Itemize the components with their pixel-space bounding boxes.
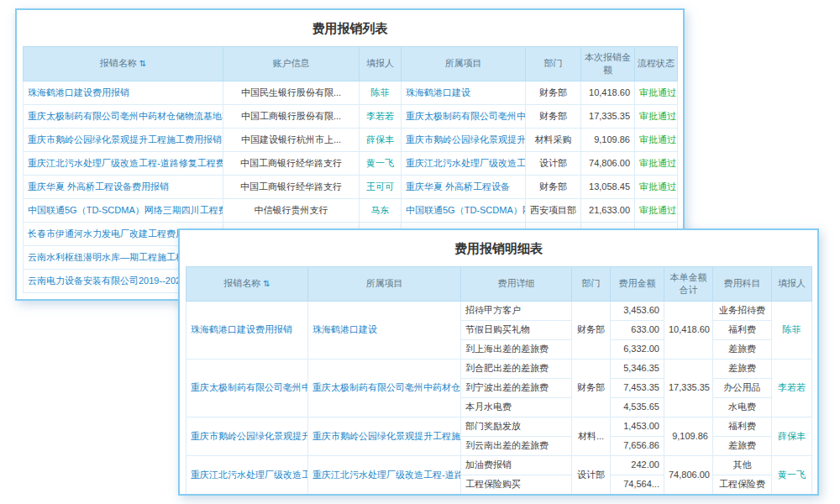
col-project: 所属项目 [308, 267, 461, 302]
project-cell[interactable]: 重庆江北污水处理厂级改造工... [402, 151, 526, 175]
col-expense-category: 费用科目 [713, 267, 772, 302]
filler-cell: 薛保丰 [360, 128, 402, 151]
report-name-cell[interactable]: 重庆市鹅岭公园绿化景观提升工程... [186, 417, 308, 455]
expense-detail-window: 费用报销明细表 报销名称⇅ 所属项目 费用详细 部门 费用金额 本单金额合计 费… [178, 228, 819, 496]
list-row: 重庆华夏 外高桥工程设备费用报销 中国工商银行经华路支行 王可可 重庆华夏 外高… [24, 175, 678, 198]
department-cell: 财务部 [572, 301, 611, 359]
filler-cell: 黄一飞 [772, 455, 812, 494]
status-cell: 审批通过 [635, 81, 678, 104]
filler-cell: 陈菲 [360, 81, 402, 104]
status-cell: 审批通过 [635, 198, 678, 222]
department-cell: 设计部 [526, 151, 581, 175]
category-cell: 福利费 [713, 417, 772, 436]
expense-detail-cell: 部门奖励发放 [461, 417, 572, 436]
project-cell[interactable]: 珠海鹤港口建设 [308, 301, 461, 359]
expense-detail-cell: 工程保险购买 [461, 475, 572, 494]
expense-detail-cell: 加油费报销 [461, 455, 572, 475]
category-cell: 差旅费 [713, 436, 772, 455]
filler-cell: 黄一飞 [360, 151, 402, 175]
department-cell: 财务部 [526, 104, 581, 128]
project-cell[interactable]: 重庆市鹅岭公园绿化景观提升... [402, 128, 526, 151]
project-cell[interactable]: 珠海鹤港口建设 [402, 81, 526, 104]
detail-row: 重庆太极制药有限公司亳州中药材... 重庆太极制药有限公司亳州中药材仓储物流..… [186, 359, 812, 378]
col-total-amount: 本单金额合计 [664, 267, 713, 302]
project-cell[interactable]: 重庆江北污水处理厂级改造工程-道路修复工程 [308, 455, 461, 494]
status-cell: 审批通过 [635, 128, 678, 151]
filler-cell: 薛保丰 [772, 417, 812, 455]
report-name-cell[interactable]: 重庆太极制药有限公司亳州中药材仓储物流基地项... [24, 104, 223, 128]
report-name-cell[interactable]: 中国联通5G（TD-SCDMA）网络三期四川工程费... [24, 198, 223, 222]
col-report-name: 报销名称⇅ [186, 267, 308, 302]
department-cell: 财务部 [526, 175, 581, 198]
project-cell[interactable]: 重庆太极制药有限公司亳州中... [402, 104, 526, 128]
expense-detail-cell: 到宁波出差的差旅费 [461, 378, 572, 397]
col-expense-detail: 费用详细 [461, 267, 572, 302]
category-cell: 差旅费 [713, 359, 772, 378]
report-name-cell[interactable]: 珠海鹤港口建设费用报销 [24, 81, 223, 104]
category-cell: 其他 [713, 455, 772, 475]
account-cell: 中信银行贵州支行 [223, 198, 360, 222]
expense-detail-cell: 节假日购买礼物 [461, 320, 572, 339]
col-department: 部门 [572, 267, 611, 302]
amount-cell: 9,109.86 [581, 128, 635, 151]
project-cell[interactable]: 重庆太极制药有限公司亳州中药材仓储物流... [308, 359, 461, 417]
total-amount-cell: 9,109.86 [664, 417, 713, 455]
sort-icon[interactable]: ⇅ [139, 59, 146, 68]
status-cell: 审批通过 [635, 151, 678, 175]
expense-detail-cell: 招待甲方客户 [461, 301, 572, 320]
department-cell: 财务部 [572, 359, 611, 417]
account-cell: 中国工商银行经华路支行 [223, 175, 360, 198]
filler-cell: 陈菲 [772, 301, 812, 359]
expense-amount-cell: 242.00 [611, 455, 664, 475]
filler-cell: 李若若 [772, 359, 812, 417]
col-account-info: 账户信息 [223, 47, 360, 81]
department-cell: 西安项目部 [526, 198, 581, 222]
col-project: 所属项目 [402, 47, 526, 81]
expense-amount-cell: 1,453.00 [611, 417, 664, 436]
detail-row: 珠海鹤港口建设费用报销 珠海鹤港口建设 招待甲方客户 财务部 3,453.60 … [186, 301, 812, 320]
expense-detail-title: 费用报销明细表 [180, 230, 817, 266]
list-row: 重庆江北污水处理厂级改造工程-道路修复工程费用... 中国工商银行经华路支行 黄… [24, 151, 678, 175]
category-cell: 业务招待费 [713, 301, 772, 320]
account-cell: 中国工商银行股份有限... [223, 104, 360, 128]
report-name-cell[interactable]: 重庆太极制药有限公司亳州中药材... [186, 359, 308, 417]
expense-amount-cell: 6,332.00 [611, 339, 664, 359]
total-amount-cell: 10,418.60 [664, 301, 713, 359]
account-cell: 中国民生银行股份有限... [223, 81, 360, 104]
filler-cell: 马东 [360, 198, 402, 222]
expense-amount-cell: 74,564... [611, 475, 664, 494]
col-filler: 填报人 [360, 47, 402, 81]
amount-cell: 74,806.00 [581, 151, 635, 175]
department-cell: 财务部 [526, 81, 581, 104]
detail-header-row: 报销名称⇅ 所属项目 费用详细 部门 费用金额 本单金额合计 费用科目 填报人 [186, 267, 812, 302]
project-cell[interactable]: 中国联通5G（TD-SCDMA）网... [402, 198, 526, 222]
sort-icon[interactable]: ⇅ [263, 279, 270, 288]
expense-list-title: 费用报销列表 [17, 10, 683, 46]
report-name-cell[interactable]: 重庆华夏 外高桥工程设备费用报销 [24, 175, 223, 198]
expense-detail-cell: 到上海出差的差旅费 [461, 339, 572, 359]
account-cell: 中国建设银行杭州市上... [223, 128, 360, 151]
list-row: 珠海鹤港口建设费用报销 中国民生银行股份有限... 陈菲 珠海鹤港口建设 财务部… [24, 81, 678, 104]
expense-amount-cell: 3,453.60 [611, 301, 664, 320]
account-cell: 中国工商银行经华路支行 [223, 151, 360, 175]
project-cell[interactable]: 重庆市鹅岭公园绿化景观提升工程施工 [308, 417, 461, 455]
filler-cell: 李若若 [360, 104, 402, 128]
total-amount-cell: 17,335.35 [664, 359, 713, 417]
amount-cell: 17,335.35 [581, 104, 635, 128]
category-cell: 水电费 [713, 397, 772, 417]
project-cell[interactable]: 重庆华夏 外高桥工程设备 [402, 175, 526, 198]
col-report-name-label: 报销名称 [100, 58, 137, 68]
report-name-cell[interactable]: 重庆市鹅岭公园绿化景观提升工程施工费用报销 [24, 128, 223, 151]
report-name-cell[interactable]: 重庆江北污水处理厂级改造工程-... [186, 455, 308, 494]
list-row: 重庆太极制药有限公司亳州中药材仓储物流基地项... 中国工商银行股份有限... … [24, 104, 678, 128]
col-status: 流程状态 [635, 47, 678, 81]
department-cell: 材料... [572, 417, 611, 455]
report-name-cell[interactable]: 重庆江北污水处理厂级改造工程-道路修复工程费用... [24, 151, 223, 175]
expense-detail-cell: 到合肥出差的差旅费 [461, 359, 572, 378]
expense-amount-cell: 5,346.35 [611, 359, 664, 378]
report-name-cell[interactable]: 珠海鹤港口建设费用报销 [186, 301, 308, 359]
status-cell: 审批通过 [635, 104, 678, 128]
category-cell: 差旅费 [713, 339, 772, 359]
list-row: 重庆市鹅岭公园绿化景观提升工程施工费用报销 中国建设银行杭州市上... 薛保丰 … [24, 128, 678, 151]
detail-row: 重庆江北污水处理厂级改造工程-... 重庆江北污水处理厂级改造工程-道路修复工程… [186, 455, 812, 475]
